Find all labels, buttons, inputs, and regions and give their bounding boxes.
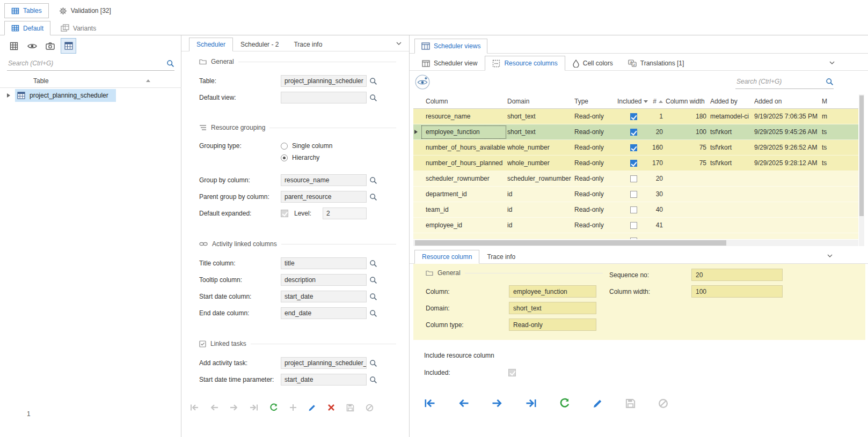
- group-by-lookup-icon[interactable]: [369, 176, 377, 184]
- edit-record-button[interactable]: [593, 398, 603, 409]
- cell-column-width[interactable]: 75: [663, 155, 707, 171]
- parent-group-by-lookup-icon[interactable]: [369, 193, 377, 201]
- expand-icon[interactable]: [7, 93, 10, 98]
- cell-sequence[interactable]: 160: [650, 140, 663, 155]
- selected-table[interactable]: project_planning_scheduler: [15, 89, 116, 102]
- radio-hierarchy-circle[interactable]: [281, 154, 288, 161]
- previous-record-button[interactable]: [210, 404, 218, 411]
- header-added-by[interactable]: Added by: [707, 98, 754, 105]
- cell-domain[interactable]: id: [507, 218, 574, 233]
- previous-record-button[interactable]: [458, 398, 469, 408]
- search-icon[interactable]: [826, 78, 834, 86]
- cell-column[interactable]: employee_id: [420, 218, 507, 233]
- cell-modified[interactable]: ts: [822, 155, 858, 171]
- cell-modified[interactable]: m: [822, 109, 858, 124]
- header-domain[interactable]: Domain: [507, 98, 574, 105]
- detail-column-value[interactable]: employee_function: [509, 285, 596, 298]
- cell-column[interactable]: scheduler_rownumber: [420, 171, 507, 187]
- tables-search-input[interactable]: [7, 60, 166, 68]
- tab-trace-info[interactable]: Trace info: [286, 38, 330, 51]
- cell-added-by[interactable]: [707, 202, 754, 218]
- delete-record-button[interactable]: [327, 404, 335, 411]
- cell-domain[interactable]: scheduler_rownumber: [507, 171, 574, 187]
- cell-domain[interactable]: whole_number: [507, 155, 574, 171]
- level-value[interactable]: 2: [323, 208, 367, 219]
- start-date-column-value[interactable]: start_date: [281, 291, 367, 302]
- cell-added-on[interactable]: [754, 171, 822, 187]
- snapshot-button[interactable]: [43, 39, 57, 53]
- grid-row[interactable]: employee_ididRead-only41: [413, 218, 858, 233]
- columns-search-input[interactable]: [735, 78, 826, 86]
- grid-row[interactable]: team_ididRead-only40: [413, 202, 858, 218]
- cell-type[interactable]: Read-only: [574, 187, 617, 202]
- table-tree-row[interactable]: project_planning_scheduler: [0, 89, 181, 102]
- cell-domain[interactable]: whole_number: [507, 140, 574, 155]
- save-button[interactable]: [625, 398, 636, 409]
- detail-column-type-value[interactable]: Read-only: [509, 319, 596, 331]
- preview-button[interactable]: [25, 39, 39, 53]
- header-sequence[interactable]: #: [650, 98, 663, 105]
- cell-added-on[interactable]: 9/29/2025 9:28:12 AM: [754, 155, 822, 171]
- included-checkbox[interactable]: [630, 129, 637, 136]
- cell-column-width[interactable]: [663, 202, 707, 218]
- cell-column-width[interactable]: [663, 171, 707, 187]
- grid-row[interactable]: employee_functionshort_textRead-only2010…: [413, 124, 858, 140]
- included-checkbox[interactable]: [630, 191, 637, 198]
- default-view-value[interactable]: [281, 92, 367, 103]
- radio-single-column[interactable]: Single column: [281, 142, 332, 150]
- cell-column[interactable]: resource_name: [420, 109, 507, 124]
- end-date-column-value[interactable]: end_date: [281, 307, 367, 319]
- cancel-button[interactable]: [658, 398, 668, 409]
- detail-sequence-no-value[interactable]: 20: [691, 269, 783, 281]
- search-icon[interactable]: [166, 60, 174, 68]
- cell-column-width[interactable]: 180: [663, 109, 707, 124]
- cell-included[interactable]: [617, 155, 650, 171]
- first-record-button[interactable]: [424, 398, 435, 408]
- save-button[interactable]: [346, 404, 354, 412]
- included-checkbox[interactable]: [630, 113, 637, 120]
- end-date-lookup-icon[interactable]: [369, 309, 377, 317]
- prefilter-eye-button[interactable]: [414, 74, 431, 90]
- add-record-button[interactable]: [289, 404, 297, 411]
- filter-dropdown-icon[interactable]: [644, 100, 648, 103]
- cell-added-by[interactable]: tsf\rkort: [707, 124, 754, 140]
- tab-scheduler-views[interactable]: Scheduler views: [414, 39, 487, 54]
- next-record-button[interactable]: [492, 398, 503, 408]
- cell-added-by[interactable]: [707, 171, 754, 187]
- tab-resource-columns[interactable]: Resource columns: [485, 56, 565, 71]
- cell-sequence[interactable]: 20: [650, 171, 663, 187]
- header-type[interactable]: Type: [574, 98, 617, 105]
- add-activity-task-value[interactable]: project_planning_scheduler_a: [281, 357, 367, 369]
- cell-sequence[interactable]: 170: [650, 155, 663, 171]
- edit-record-button[interactable]: [308, 404, 316, 412]
- last-record-button[interactable]: [250, 404, 258, 411]
- first-record-button[interactable]: [190, 404, 199, 411]
- grid-row[interactable]: resource_nameshort_textRead-only1180meta…: [413, 109, 858, 124]
- cell-included[interactable]: [617, 218, 650, 233]
- title-column-lookup-icon[interactable]: [369, 260, 377, 268]
- radio-hierarchy[interactable]: Hierarchy: [281, 154, 332, 161]
- included-checkbox[interactable]: [630, 144, 637, 151]
- cell-column[interactable]: number_of_hours_available: [420, 140, 507, 155]
- header-modified[interactable]: M: [822, 98, 858, 105]
- header-column-width[interactable]: Column width: [663, 98, 707, 105]
- included-detail-checkbox[interactable]: [508, 369, 516, 376]
- chevron-down-icon[interactable]: [829, 61, 835, 64]
- tab-validation[interactable]: Validation [32]: [52, 3, 118, 18]
- parent-group-by-value[interactable]: parent_resource: [281, 191, 367, 203]
- cell-domain[interactable]: short_text: [507, 109, 574, 124]
- detail-column-width-value[interactable]: 100: [691, 285, 783, 298]
- tab-cell-colors[interactable]: Cell colors: [565, 56, 621, 71]
- cell-type[interactable]: Read-only: [574, 140, 617, 155]
- grid-row[interactable]: scheduler_rownumberscheduler_rownumberRe…: [413, 171, 858, 187]
- header-column[interactable]: Column: [420, 98, 507, 105]
- tab-scheduler-view[interactable]: Scheduler view: [414, 56, 485, 71]
- refresh-button[interactable]: [559, 398, 570, 409]
- start-date-lookup-icon[interactable]: [369, 293, 377, 301]
- cell-added-by[interactable]: [707, 187, 754, 202]
- cell-type[interactable]: Read-only: [574, 155, 617, 171]
- cell-modified[interactable]: ts: [822, 124, 858, 140]
- grid-row[interactable]: department_ididRead-only30: [413, 187, 858, 202]
- chevron-down-icon[interactable]: [827, 254, 833, 257]
- default-expanded-checkbox[interactable]: [281, 210, 288, 217]
